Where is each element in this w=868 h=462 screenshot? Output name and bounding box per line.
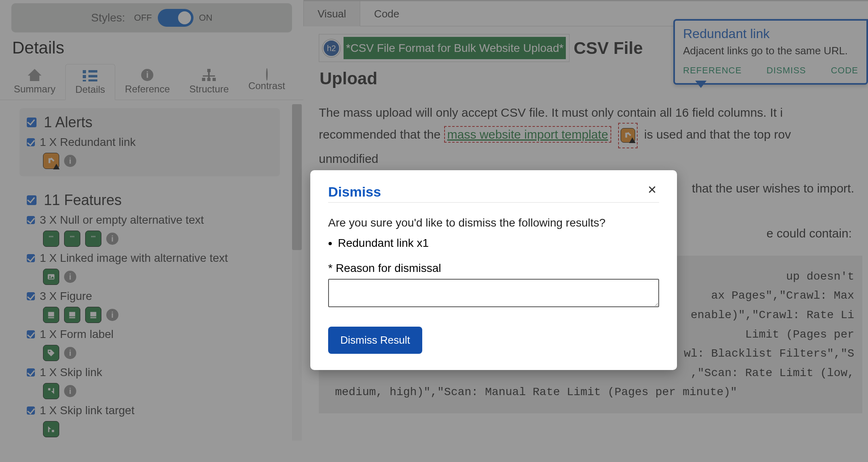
reason-input[interactable]	[328, 279, 659, 307]
reason-label: * Reason for dismissal	[328, 262, 659, 275]
modal-close-button[interactable]: ✕	[645, 184, 659, 196]
close-icon: ✕	[647, 184, 657, 196]
dismiss-modal: Dismiss ✕ Are you sure you'd like to dis…	[310, 170, 677, 370]
dismiss-result-button[interactable]: Dismiss Result	[328, 327, 422, 354]
modal-question: Are you sure you'd like to dismiss the f…	[328, 216, 659, 229]
modal-title: Dismiss	[328, 184, 381, 200]
modal-item: Redundant link x1	[338, 237, 659, 250]
